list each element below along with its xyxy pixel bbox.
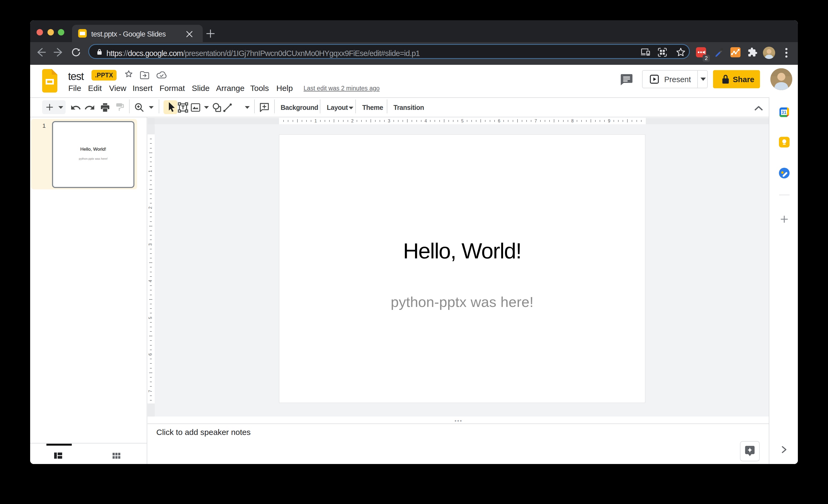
svg-text:31: 31 — [782, 110, 786, 115]
